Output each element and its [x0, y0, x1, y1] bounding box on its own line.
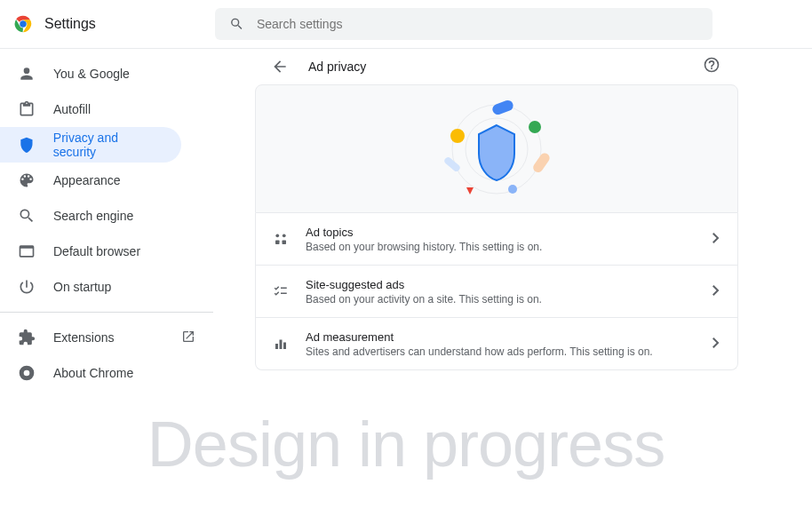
browser-icon	[18, 242, 36, 260]
svg-rect-16	[275, 241, 280, 245]
chevron-right-icon	[712, 231, 721, 247]
sidebar-item-you-and-google[interactable]: You & Google	[0, 56, 213, 91]
search-container[interactable]	[215, 8, 712, 40]
sidebar: You & Google Autofill Privacy and securi…	[0, 49, 213, 516]
svg-point-1	[20, 20, 27, 28]
sidebar-item-label: Autofill	[53, 102, 91, 116]
power-icon	[18, 278, 36, 296]
option-site-suggested-ads[interactable]: Site-suggested ads Based on your activit…	[255, 266, 738, 318]
option-desc: Based on your activity on a site. This s…	[306, 293, 712, 306]
sidebar-item-label: Search engine	[53, 209, 133, 223]
search-input[interactable]	[257, 17, 698, 31]
search-icon	[229, 16, 244, 32]
option-desc: Based on your browsing history. This set…	[306, 241, 712, 253]
svg-point-4	[24, 370, 30, 377]
option-title: Ad measurement	[306, 330, 712, 344]
bar-chart-icon	[272, 336, 290, 352]
svg-rect-22	[283, 343, 286, 350]
divider	[0, 312, 213, 313]
svg-point-8	[529, 121, 541, 133]
sidebar-item-extensions[interactable]: Extensions	[0, 320, 213, 355]
extension-icon	[18, 329, 36, 346]
svg-rect-7	[491, 99, 515, 115]
sidebar-item-label: Privacy and security	[53, 131, 163, 159]
sidebar-item-label: Extensions	[53, 330, 114, 345]
clipboard-icon	[18, 100, 36, 118]
svg-point-15	[283, 234, 286, 237]
option-desc: Sites and advertisers can understand how…	[306, 345, 712, 358]
svg-point-10	[508, 185, 517, 194]
back-button[interactable]	[269, 56, 291, 77]
page-header: Ad privacy	[255, 49, 738, 84]
search-icon	[18, 207, 36, 225]
svg-rect-17	[283, 241, 287, 245]
svg-marker-11	[466, 187, 474, 194]
chevron-right-icon	[712, 336, 721, 352]
sidebar-item-label: Default browser	[53, 244, 140, 258]
sidebar-item-privacy-security[interactable]: Privacy and security	[0, 127, 181, 163]
sidebar-item-label: You & Google	[53, 67, 130, 81]
person-icon	[18, 65, 36, 83]
shield-icon	[18, 136, 36, 154]
svg-rect-21	[280, 340, 283, 350]
option-ad-topics[interactable]: Ad topics Based on your browsing history…	[255, 213, 738, 266]
sidebar-item-appearance[interactable]: Appearance	[0, 163, 213, 198]
sidebar-item-label: Appearance	[53, 173, 121, 187]
option-title: Site-suggested ads	[306, 278, 712, 291]
sidebar-item-autofill[interactable]: Autofill	[0, 91, 213, 127]
hero-illustration	[255, 84, 738, 213]
svg-rect-9	[531, 151, 552, 174]
svg-point-14	[275, 234, 279, 237]
option-title: Ad topics	[306, 226, 712, 239]
chrome-icon	[18, 364, 36, 382]
chevron-right-icon	[712, 283, 721, 299]
sidebar-item-label: On startup	[53, 280, 111, 294]
top-bar: Settings	[0, 0, 812, 49]
option-ad-measurement[interactable]: Ad measurement Sites and advertisers can…	[255, 318, 738, 370]
page-title: Ad privacy	[308, 60, 703, 74]
open-external-icon	[181, 329, 195, 346]
svg-rect-20	[275, 344, 278, 349]
svg-point-13	[450, 129, 465, 143]
svg-rect-12	[443, 155, 461, 172]
sidebar-item-on-startup[interactable]: On startup	[0, 269, 213, 305]
sidebar-item-default-browser[interactable]: Default browser	[0, 234, 213, 269]
app-title: Settings	[44, 16, 96, 32]
topics-icon	[272, 231, 290, 247]
palette-icon	[18, 171, 36, 189]
sidebar-item-label: About Chrome	[53, 366, 133, 380]
main-content: Ad privacy	[213, 49, 812, 516]
checklist-icon	[272, 283, 290, 299]
sidebar-item-about-chrome[interactable]: About Chrome	[0, 355, 213, 391]
chrome-logo-icon	[14, 15, 32, 33]
help-button[interactable]	[703, 56, 724, 77]
sidebar-item-search-engine[interactable]: Search engine	[0, 198, 213, 234]
